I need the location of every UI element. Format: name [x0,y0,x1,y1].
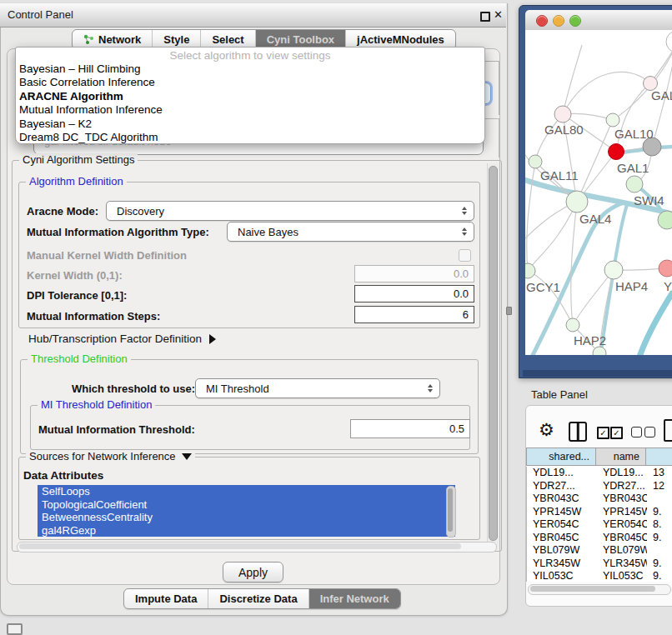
checked-boxes-icon[interactable]: ✓ [610,427,623,439]
mi-threshold-definition-title: MI Threshold Definition [38,398,155,411]
table-row[interactable]: YBR045CYBR045C9. [527,532,672,545]
node-gal10[interactable] [606,113,619,127]
gear-icon[interactable]: ⚙ [539,420,554,440]
table-row[interactable]: YLR345WYLR345W9. [527,558,672,571]
table-row[interactable]: YPR145WYPR145W9. [527,506,672,519]
attribute-item[interactable]: BetweennessCentrality [38,511,455,524]
table-row[interactable]: YDL19...YDL19...13 [527,467,672,480]
tab-discretize-data[interactable]: Discretize Data [208,589,308,608]
mi-steps-field[interactable]: 6 [354,306,474,323]
column-header-partial[interactable] [646,448,672,466]
popup-item-selected[interactable]: ARACNE Algorithm [16,90,484,103]
apply-button[interactable]: Apply [223,562,283,582]
new-table-icon[interactable] [664,419,672,442]
network-graph: GAL GAL80 GAL10 GAL1 GAL11 SWI4 GAL4 GCY… [525,30,672,355]
manual-kernel-checkbox[interactable] [459,249,471,262]
node-hap2[interactable] [566,318,579,332]
collapsed-panel-icon[interactable] [7,623,23,635]
table-row[interactable]: YIL053CYIL053C9. [527,570,672,582]
tab-infer-network[interactable]: Infer Network [308,589,400,608]
tab-cyni-toolbox-label: Cyni Toolbox [267,33,334,46]
hub-definition-toggle[interactable]: Hub/Transcription Factor Definition [28,332,216,345]
panel-divider-grip[interactable] [506,307,512,315]
chevron-right-icon [209,334,216,344]
attribute-item[interactable]: SelfLoops [38,485,455,498]
settings-hscrollbar-thumb[interactable] [19,543,461,549]
node-gal11[interactable] [529,155,542,168]
edge[interactable] [527,162,535,271]
node-red-selected[interactable] [609,144,624,160]
mi-type-label: Mutual Information Algorithm Type: [27,226,209,238]
table-body[interactable]: YDL19...YDL19...13 YDR27...YDR27...12 YB… [526,467,672,582]
table-row[interactable]: YDR27...YDR27...12 [527,480,672,493]
unchecked-boxes-icon[interactable] [631,427,642,438]
popup-item[interactable]: Bayesian – K2 [16,118,484,131]
node-label: HAP2 [574,333,606,348]
zoom-traffic-light-icon[interactable] [569,15,581,27]
node-partial-right[interactable] [658,211,672,229]
tab-impute-data[interactable]: Impute Data [124,589,208,608]
edge[interactable] [639,293,672,355]
aracne-mode-label: Aracne Mode: [27,205,98,218]
float-window-icon[interactable] [480,12,490,22]
checked-boxes-icon[interactable]: ✓ [597,427,609,439]
node-gal80[interactable] [554,106,571,122]
column-header-name[interactable]: name [596,448,646,466]
node-gal4[interactable] [566,191,588,212]
tab-infer-network-label: Infer Network [320,592,389,605]
unchecked-boxes-icon[interactable] [644,427,655,438]
popup-item[interactable]: Bayesian – Hill Climbing [16,62,484,76]
table-row[interactable]: YBR043CYBR043C [527,492,672,506]
node-hap4[interactable] [604,261,623,279]
node-salmon[interactable] [659,260,672,277]
which-threshold-combo[interactable]: MI Threshold [195,378,440,398]
data-attributes-list[interactable]: SelfLoops TopologicalCoefficient Between… [38,485,455,537]
tab-style-label: Style [163,33,189,46]
table-row[interactable]: YBL079WYBL079W [527,544,672,558]
node-label: Y [664,279,672,293]
node-label: SWI4 [634,193,664,208]
table-panel-title: Table Panel [531,388,588,401]
minimize-traffic-light-icon[interactable] [553,15,564,27]
settings-scrollbar-thumb[interactable] [489,166,498,541]
attribute-item[interactable]: TopologicalCoefficient [38,498,455,512]
node-gal1[interactable] [626,176,643,192]
attributes-scrollbar-track[interactable] [446,486,456,538]
column-header-shared[interactable]: shared... [526,448,596,466]
sources-group-title[interactable]: Sources for Network Inference [26,450,195,462]
table-row[interactable]: YER054CYER054C8. [527,518,672,532]
network-icon [83,34,94,45]
kernel-width-field[interactable]: 0.0 [354,265,474,282]
screen: Control Panel ✕ Network Style Select Cyn… [0,0,672,635]
spinner-arrows-icon [462,207,467,215]
attributes-scrollbar-thumb[interactable] [448,488,453,532]
network-view-canvas[interactable]: GAL GAL80 GAL10 GAL1 GAL11 SWI4 GAL4 GCY… [525,30,672,355]
edge[interactable] [563,72,650,114]
table-hscrollbar-track[interactable] [528,584,671,595]
node-gcy1[interactable] [525,263,535,278]
popup-placeholder: Select algorithm to view settings [16,49,484,62]
edge[interactable] [613,43,672,120]
edge[interactable] [528,202,577,271]
split-columns-icon[interactable] [569,422,587,442]
edge[interactable] [563,45,582,114]
mi-type-combo[interactable]: Naive Bayes [227,222,474,242]
popup-item[interactable]: Mutual Information Inference [16,103,484,117]
aracne-mode-combo[interactable]: Discovery [106,201,474,221]
settings-hscrollbar-track[interactable] [17,542,497,552]
control-panel-title: Control Panel [8,8,73,21]
data-attributes-label: Data Attributes [23,469,103,482]
attribute-item[interactable]: gal4RGexp [38,524,455,538]
dpi-tolerance-field[interactable]: 0.0 [354,285,474,302]
close-traffic-light-icon[interactable] [536,15,548,27]
popup-item[interactable]: Dream8 DC_TDC Algorithm [16,131,484,144]
popup-item[interactable]: Basic Correlation Inference [16,76,484,89]
close-icon[interactable]: ✕ [494,8,503,21]
node-partial-top[interactable] [666,31,672,52]
bottom-tabbar: Impute Data Discretize Data Infer Networ… [123,588,401,609]
table-hscrollbar-thumb[interactable] [530,586,655,592]
node-label: GAL1 [617,161,649,175]
sources-title-label: Sources for Network Inference [29,450,176,462]
node-label: GAL11 [540,168,579,182]
mi-threshold-field[interactable]: 0.5 [350,419,470,438]
